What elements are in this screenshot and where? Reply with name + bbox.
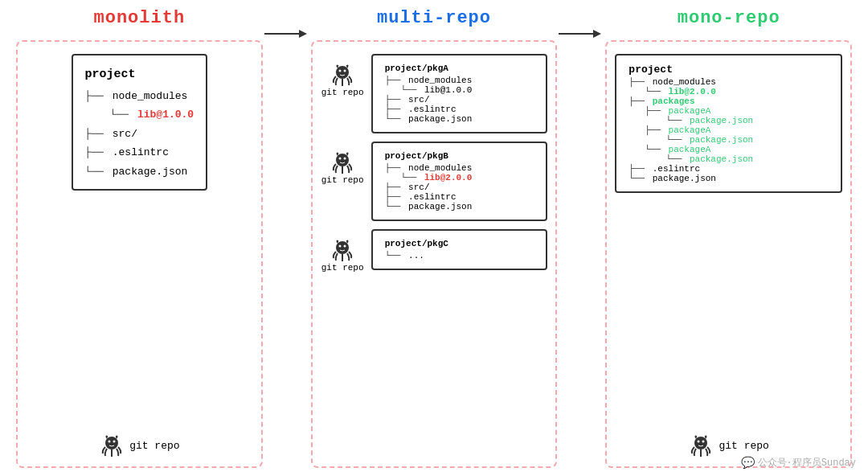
mono-root: project <box>628 64 829 76</box>
tree-item: ├── node_modules <box>85 87 194 105</box>
pkgA-box: project/pkgA ├── node_modules └── lib@1.… <box>371 54 548 133</box>
tree-item: └── lib@1.0.0 <box>85 105 194 124</box>
main-container: monolith project ├── node_modules └── li… <box>0 0 868 476</box>
tree-item: ├── node_modules <box>385 76 534 85</box>
tree-label: node_modules <box>113 87 188 105</box>
svg-point-16 <box>694 437 707 449</box>
tree-item: └── lib@2.0.0 <box>628 87 829 96</box>
pkgB-title: project/pkgB <box>385 151 534 161</box>
pkgA-title: project/pkgA <box>385 64 534 73</box>
arrow1-icon <box>263 26 307 42</box>
tree-item: └── packageA <box>628 145 829 154</box>
tree-item: ├── src/ <box>385 95 534 105</box>
mono-repo-section: mono-repo project ├── node_modules └── l… <box>605 8 852 468</box>
mono-git-repo: git repo <box>688 433 768 458</box>
svg-marker-4 <box>299 30 307 38</box>
pkgB-git-label: git repo <box>321 175 364 185</box>
pkgC-row: git repo project/pkgC └── ... <box>321 229 548 273</box>
tree-item: ├── packageA <box>628 106 829 116</box>
svg-point-1 <box>108 441 111 443</box>
pkgC-box: project/pkgC └── ... <box>371 229 548 270</box>
mono-title: mono-repo <box>678 8 780 28</box>
tree-item: └── package.json <box>385 114 534 124</box>
tree-item: ├── src/ <box>85 125 194 143</box>
octocat-icon <box>688 433 714 458</box>
pkgB-box: project/pkgB ├── node_modules └── lib@2.… <box>371 142 548 221</box>
pkgA-row: git repo project/pkgA ├── node_modules └… <box>321 54 548 133</box>
multi-title: multi-repo <box>377 8 491 28</box>
svg-point-12 <box>339 245 342 248</box>
svg-marker-15 <box>593 30 601 38</box>
monolith-title: monolith <box>94 8 186 28</box>
tree-label: lib@1.0.0 <box>137 105 194 124</box>
multi-repo-section: multi-repo <box>311 8 558 468</box>
watermark-text: 公众号·程序员Sunday <box>758 456 856 470</box>
arrow1-container <box>263 8 311 42</box>
tree-item: └── ... <box>385 251 534 261</box>
tree-label: package.json <box>113 162 188 181</box>
tree-item: └── lib@1.0.0 <box>385 85 534 95</box>
tree-item: ├── .eslintrc <box>385 192 534 202</box>
arrow2-container <box>557 8 605 42</box>
tree-item: ├── .eslintrc <box>385 105 534 114</box>
svg-point-2 <box>113 441 116 443</box>
connector: ├── <box>85 125 110 143</box>
pkgC-title: project/pkgC <box>385 239 534 248</box>
tree-item: ├── node_modules <box>385 163 534 173</box>
svg-point-13 <box>344 245 346 248</box>
svg-point-5 <box>336 66 349 79</box>
tree-item: ├── src/ <box>385 183 534 192</box>
tree-item: └── lib@2.0.0 <box>385 173 534 183</box>
monolith-section: monolith project ├── node_modules └── li… <box>16 8 263 468</box>
monolith-root: project <box>85 64 194 85</box>
connector: ├── <box>85 87 110 105</box>
tree-item: └── package.json <box>385 202 534 211</box>
monolith-git-label: git repo <box>129 440 179 452</box>
tree-item: └── package.json <box>628 135 829 145</box>
svg-point-18 <box>702 441 705 443</box>
tree-label: .eslintrc <box>113 143 169 162</box>
connector: ├── <box>85 143 110 162</box>
mono-tree-box: project ├── node_modules └── lib@2.0.0 ├… <box>615 54 842 193</box>
pkgA-git: git repo <box>321 54 365 97</box>
tree-item: └── package.json <box>628 116 829 125</box>
connector: └── <box>85 162 110 181</box>
wechat-icon: 💬 <box>741 456 755 470</box>
tree-item: ├── packages <box>628 96 829 106</box>
pkgB-row: git repo project/pkgB ├── node_modules └… <box>321 142 548 221</box>
arrow2-icon <box>557 26 601 42</box>
octocat-icon <box>330 62 355 88</box>
tree-item: ├── .eslintrc <box>85 143 194 162</box>
tree-item: ├── .eslintrc <box>628 164 829 174</box>
svg-point-8 <box>336 154 349 166</box>
connector: └── <box>85 105 135 124</box>
multi-boxes: git repo project/pkgA ├── node_modules └… <box>321 54 548 458</box>
tree-item: └── package.json <box>628 154 829 164</box>
pkgC-git-label: git repo <box>321 263 364 273</box>
pkgC-git: git repo <box>321 229 365 273</box>
svg-point-0 <box>105 437 118 449</box>
tree-item: ├── node_modules <box>628 77 829 87</box>
svg-point-17 <box>698 441 700 443</box>
mono-border: project ├── node_modules └── lib@2.0.0 ├… <box>605 40 852 468</box>
tree-item: ├── packageA <box>628 125 829 135</box>
multi-border: git repo project/pkgA ├── node_modules └… <box>311 40 558 468</box>
monolith-border: project ├── node_modules └── lib@1.0.0 ├… <box>16 40 263 468</box>
svg-point-6 <box>339 70 342 72</box>
svg-point-9 <box>339 158 342 160</box>
pkgB-git: git repo <box>321 142 365 185</box>
tree-item: └── package.json <box>85 162 194 181</box>
svg-point-10 <box>344 158 346 160</box>
monolith-tree: project ├── node_modules └── lib@1.0.0 ├… <box>85 64 194 181</box>
pkgA-git-label: git repo <box>321 88 364 97</box>
octocat-icon <box>99 433 125 458</box>
tree-item: └── package.json <box>628 174 829 183</box>
monolith-tree-box: project ├── node_modules └── lib@1.0.0 ├… <box>72 54 208 191</box>
octocat-icon <box>330 237 355 263</box>
svg-point-7 <box>344 70 346 72</box>
monolith-git-repo: git repo <box>99 433 179 458</box>
tree-label: src/ <box>113 125 137 143</box>
mono-git-label: git repo <box>719 440 768 452</box>
svg-point-11 <box>336 241 349 254</box>
octocat-icon <box>330 150 355 175</box>
